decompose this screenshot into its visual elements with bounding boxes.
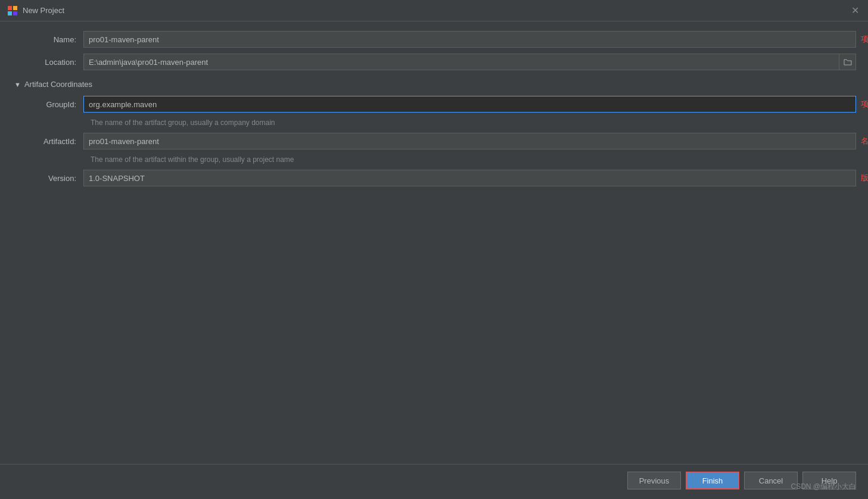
name-input-wrap: 项目名称 xyxy=(83,31,856,48)
artifact-coordinates-section: ▼ Artifact Coordinates xyxy=(12,80,856,89)
svg-rect-3 xyxy=(13,11,17,15)
dialog-footer: Previous Finish Cancel Help xyxy=(0,464,868,499)
window-title: New Project xyxy=(23,6,64,15)
artifactid-row: ArtifactId: 名称 xyxy=(12,133,856,149)
watermark: CSDN @编程小大白 xyxy=(791,482,856,492)
finish-button[interactable]: Finish xyxy=(686,472,739,489)
artifactid-annotation: 名称 xyxy=(861,136,868,146)
location-row: Location: 项目地址 xyxy=(12,54,856,70)
version-annotation: 版本 xyxy=(861,173,868,183)
svg-rect-2 xyxy=(8,11,12,15)
version-row: Version: 版本 xyxy=(12,170,856,186)
cancel-button[interactable]: Cancel xyxy=(744,472,798,489)
dialog-content: Name: 项目名称 Location: 项目地址 ▼ Artifac xyxy=(0,21,868,464)
title-bar: New Project ✕ xyxy=(0,0,868,21)
groupid-hint: The name of the artifact group, usually … xyxy=(83,118,856,127)
title-bar-left: New Project xyxy=(7,5,64,16)
artifactid-label: ArtifactId: xyxy=(12,137,83,146)
folder-browse-button[interactable] xyxy=(839,54,856,70)
location-input[interactable] xyxy=(83,54,839,70)
location-input-wrap: 项目地址 xyxy=(83,54,856,70)
name-input[interactable] xyxy=(83,31,856,48)
artifactid-input[interactable] xyxy=(83,133,856,149)
groupid-input[interactable] xyxy=(83,96,856,113)
groupid-label: GroupId: xyxy=(12,100,83,109)
location-label: Location: xyxy=(12,58,83,67)
version-label: Version: xyxy=(12,174,83,183)
new-project-dialog: New Project ✕ Name: 项目名称 Location: xyxy=(0,0,868,499)
section-collapse-arrow[interactable]: ▼ xyxy=(14,81,21,88)
section-title: Artifact Coordinates xyxy=(24,80,92,89)
artifactid-input-wrap: 名称 xyxy=(83,133,856,149)
name-annotation: 项目名称 xyxy=(861,34,868,45)
name-row: Name: 项目名称 xyxy=(12,31,856,48)
svg-rect-1 xyxy=(13,6,17,10)
version-input-wrap: 版本 xyxy=(83,170,856,186)
close-button[interactable]: ✕ xyxy=(849,5,861,17)
svg-rect-0 xyxy=(8,6,12,10)
app-icon xyxy=(7,5,18,16)
artifactid-hint: The name of the artifact within the grou… xyxy=(83,155,856,164)
groupid-row: GroupId: 项目组织 xyxy=(12,96,856,113)
groupid-annotation: 项目组织 xyxy=(861,99,868,110)
groupid-input-wrap: 项目组织 xyxy=(83,96,856,113)
name-label: Name: xyxy=(12,35,83,44)
previous-button[interactable]: Previous xyxy=(627,472,681,489)
version-input[interactable] xyxy=(83,170,856,186)
